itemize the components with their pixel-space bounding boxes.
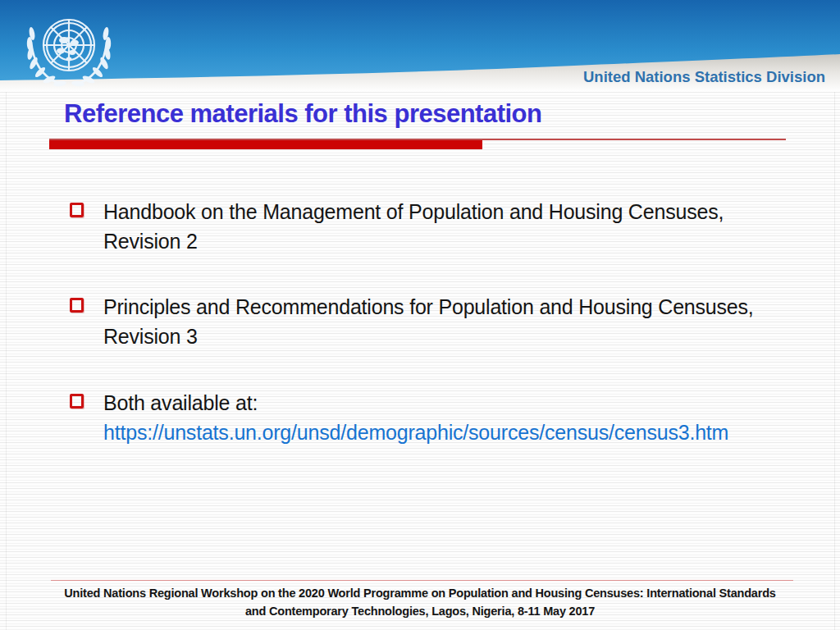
bullet-text: Principles and Recommendations for Popul… — [103, 292, 754, 351]
header-brand-text: United Nations Statistics Division — [583, 68, 825, 85]
bullet-line-1: Both available at: — [103, 388, 728, 418]
bullet-text: Handbook on the Management of Population… — [103, 197, 724, 256]
list-item-handbook: Handbook on the Management of Population… — [70, 197, 800, 256]
checkbox-bullet-icon — [70, 394, 84, 409]
list-item-principles: Principles and Recommendations for Popul… — [70, 292, 800, 351]
slide-left-edge-line — [6, 92, 7, 630]
presentation-slide: United Nations Statistics Division Refer… — [0, 0, 840, 630]
bullet-line-1: Principles and Recommendations for Popul… — [103, 292, 754, 322]
census-reference-link[interactable]: https://unstats.un.org/unsd/demographic/… — [103, 421, 728, 444]
footer-text: United Nations Regional Workshop on the … — [0, 584, 840, 620]
header-banner: United Nations Statistics Division — [0, 0, 840, 92]
footer-line-1: United Nations Regional Workshop on the … — [0, 584, 840, 602]
footer-divider — [51, 580, 793, 581]
footer-line-2: and Contemporary Technologies, Lagos, Ni… — [0, 602, 840, 620]
list-item-availability: Both available at: https://unstats.un.or… — [70, 388, 800, 447]
bullet-line-2: Revision 2 — [103, 226, 724, 256]
checkbox-bullet-icon — [70, 203, 84, 217]
bullet-line-1: Handbook on the Management of Population… — [103, 197, 724, 226]
page-title: Reference materials for this presentatio… — [64, 99, 802, 129]
slide-right-edge-line — [834, 92, 835, 630]
checkbox-bullet-icon — [70, 298, 84, 313]
bullet-line-2: Revision 3 — [103, 322, 754, 351]
title-underline-bar — [49, 140, 482, 149]
bullet-text: Both available at: https://unstats.un.or… — [103, 388, 728, 447]
bullet-link-line: https://unstats.un.org/unsd/demographic/… — [103, 418, 728, 447]
